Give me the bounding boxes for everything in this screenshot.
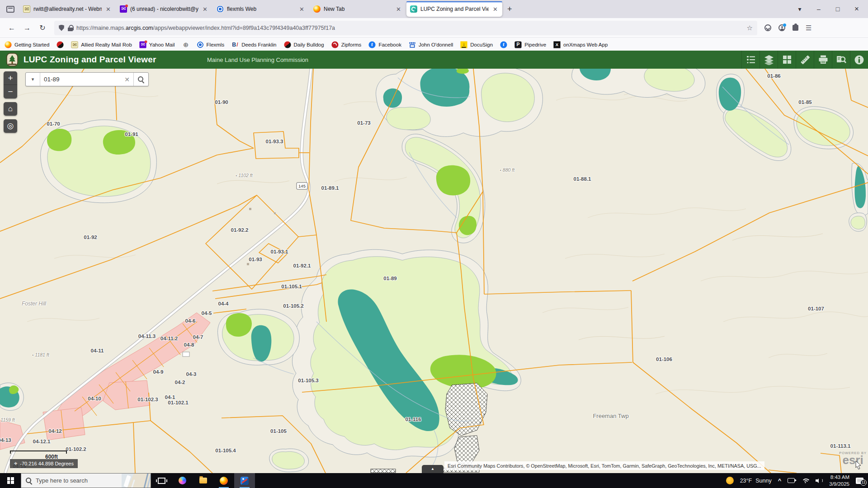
start-button[interactable] [0, 473, 21, 488]
print-icon[interactable] [814, 51, 832, 69]
bookmark-item[interactable] [500, 41, 507, 48]
map-label: 01-106 [656, 357, 672, 362]
tab-close-icon[interactable]: ✕ [395, 6, 402, 13]
bookmark-item[interactable]: Daily Bulldog [284, 41, 324, 48]
window-minimize-button[interactable]: – [810, 5, 827, 13]
crosshair-icon[interactable]: ⌖ [14, 460, 17, 467]
search-source-dropdown[interactable]: ▾ [26, 73, 40, 86]
bookmark-star-icon[interactable]: ☆ [747, 24, 753, 32]
url-bar[interactable]: https://maine.maps.arcgis.com/apps/webap… [54, 21, 757, 35]
bookmark-item[interactable]: Yahoo Mail [139, 41, 175, 48]
meet-now-icon[interactable] [788, 478, 795, 483]
query-icon[interactable] [832, 51, 850, 69]
tab-title: flexmls Web [227, 6, 295, 12]
bookmark-label: DocuSign [470, 42, 493, 47]
task-view-icon [158, 478, 165, 484]
firefox-icon [220, 477, 228, 485]
menu-icon[interactable]: ☰ [806, 24, 811, 32]
zoom-out-button[interactable]: − [4, 85, 17, 99]
info-icon[interactable] [850, 51, 868, 69]
mail-yellow-bookmark-icon [71, 41, 78, 48]
browser-tab[interactable]: rwitt@alliedrealty.net - Webma✕ [19, 1, 115, 17]
bookmark-item[interactable]: Pipedrive [514, 41, 546, 48]
bookmark-item[interactable]: DocuSign [460, 41, 493, 48]
file-explorer-button[interactable] [193, 473, 213, 488]
notification-badge: 11 [860, 479, 867, 486]
basemap-gallery-icon[interactable] [778, 51, 796, 69]
browser-tab-bar: rwitt@alliedrealty.net - Webma✕(6 unread… [0, 0, 868, 18]
bookmark-item[interactable] [57, 41, 64, 48]
speaker-icon[interactable] [816, 478, 823, 483]
browser-tab[interactable]: LUPC Zoning and Parcel Viewer✕ [406, 1, 502, 17]
tray-expand-icon[interactable]: ^ [778, 477, 782, 484]
task-view-button[interactable] [151, 473, 172, 488]
bookmark-item[interactable]: John O'donnell [409, 41, 453, 48]
taskbar-search[interactable]: Type here to search [21, 473, 151, 488]
bookmark-item[interactable]: Zipforms [331, 41, 362, 48]
bookmark-item[interactable]: Allied Realty Mail Rob [71, 41, 132, 48]
bookmark-item[interactable]: Facebook [368, 41, 401, 48]
search-input[interactable]: 01-89 [40, 76, 121, 83]
firefox-taskbar-button[interactable] [213, 473, 234, 488]
map-canvas[interactable]: 145 01-9001-7001-9101-7301-93.301-89.101… [0, 69, 868, 473]
locate-button[interactable]: ◎ [4, 119, 17, 133]
bookmark-item[interactable]: onXmaps Web App [553, 41, 608, 48]
tray-time: 8:43 AM [829, 474, 849, 481]
search-submit-button[interactable] [133, 73, 148, 86]
window-close-button[interactable]: × [848, 5, 865, 14]
attribute-table-toggle[interactable]: ▲ [422, 465, 443, 473]
map-attribution: Esri Community Maps Contributors, © Open… [444, 461, 764, 470]
map-label: 01-93.1 [270, 249, 288, 254]
tracking-shield-icon[interactable] [59, 25, 64, 31]
legend-icon[interactable] [741, 51, 760, 69]
window-maximize-button[interactable]: □ [829, 5, 846, 13]
map-label: 01-91 [125, 131, 138, 137]
clock[interactable]: 8:43 AM 3/9/2025 [829, 474, 849, 488]
wifi-icon[interactable] [801, 478, 809, 483]
reload-button[interactable]: ↻ [35, 23, 50, 32]
globe-bookmark-icon [182, 41, 189, 48]
browser-tab[interactable]: New Tab✕ [310, 1, 406, 17]
bookmark-label: Flexmls [207, 42, 225, 47]
new-tab-button[interactable]: + [503, 4, 517, 15]
extensions-icon[interactable] [793, 25, 798, 31]
bookmark-item[interactable]: Flexmls [197, 41, 225, 48]
tab-close-icon[interactable]: ✕ [202, 6, 208, 13]
url-text[interactable]: https://maine.maps.arcgis.com/apps/webap… [76, 25, 743, 31]
layers-icon[interactable] [760, 51, 778, 69]
bookmark-item[interactable] [182, 41, 189, 48]
map-label: 04-11.2 [160, 336, 178, 341]
firefox-favicon-icon [313, 5, 321, 13]
bookmark-label: Yahoo Mail [149, 42, 175, 47]
lock-icon[interactable] [68, 25, 73, 31]
firefox-view-icon[interactable] [6, 6, 14, 13]
copilot-button[interactable] [172, 473, 193, 488]
tab-close-icon[interactable]: ✕ [298, 6, 305, 13]
bookmark-item[interactable]: Getting Started [5, 41, 49, 48]
back-button[interactable]: ← [5, 24, 19, 32]
tab-close-icon[interactable]: ✕ [492, 6, 499, 13]
app-header: LUPC Zoning and Parcel Viewer Maine Land… [0, 51, 868, 69]
bookmark-label: Getting Started [14, 42, 49, 47]
chevron-down-icon: ▾ [32, 76, 34, 82]
home-button[interactable]: ⌂ [4, 102, 17, 116]
weather-readout[interactable]: 23°FSunny [740, 478, 772, 484]
bookmark-item[interactable]: Deeds Franklin [231, 41, 276, 48]
map-label: 04-8 [184, 342, 194, 347]
browser-tab[interactable]: (6 unread) - nicolerobwitt@yah✕ [116, 1, 212, 17]
tab-overflow-icon[interactable]: ▾ [791, 5, 808, 13]
pocket-icon[interactable] [764, 24, 771, 31]
taskbar-search-image[interactable] [122, 474, 151, 488]
bookmark-label: onXmaps Web App [563, 42, 608, 47]
search-clear-icon[interactable]: ✕ [121, 76, 133, 83]
snip-tool-taskbar-button[interactable] [234, 473, 255, 488]
notifications-icon[interactable]: 11 [856, 478, 863, 484]
measure-icon[interactable] [796, 51, 814, 69]
weather-sun-icon[interactable] [726, 477, 734, 484]
account-icon[interactable] [778, 24, 785, 31]
forward-button[interactable]: → [20, 24, 34, 32]
zoom-in-button[interactable]: + [4, 71, 17, 85]
map-label: 01-113.1 [830, 443, 851, 449]
browser-tab[interactable]: flexmls Web✕ [213, 1, 309, 17]
tab-close-icon[interactable]: ✕ [105, 6, 112, 13]
